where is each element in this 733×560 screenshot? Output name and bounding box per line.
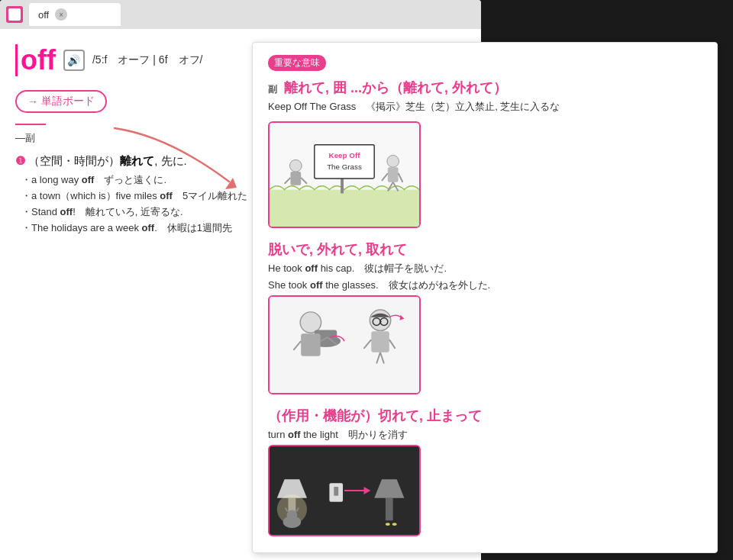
tab-close-button[interactable]: × [55,8,67,21]
grass-svg: Keep Off The Grass [270,121,419,228]
section-1-desc: Keep Off The Grass 《掲示》芝生（芝）立入禁止, 芝生に入るな [268,100,702,114]
sense-number: ❶ [15,154,25,167]
illustration-2 [268,295,421,394]
svg-line-8 [285,178,291,184]
svg-line-9 [301,178,307,184]
important-badge-container: 重要な意味 [268,55,702,79]
svg-point-17 [300,312,321,333]
svg-rect-29 [371,331,389,352]
browser-titlebar: off × [0,0,481,29]
section-1: 副 離れて, 囲 ...から（離れて, 外れて） Keep Off The Gr… [268,79,702,228]
pos-small-1: 副 [268,84,277,95]
section-3: （作用・機能が）切れて, 止まって turn off the light 明かり… [268,407,702,536]
svg-point-10 [387,156,399,168]
glasses-svg [270,295,419,394]
vocab-board-button[interactable]: 単語ボード [15,90,107,113]
svg-rect-1 [270,190,419,227]
example-3-1: turn off the light 明かりを消す [268,428,702,442]
divider [15,124,46,125]
svg-text:Keep Off: Keep Off [329,151,361,159]
svg-rect-20 [301,333,320,356]
sense-text: （空間・時間が）離れて, 先に. [28,154,187,167]
svg-rect-7 [290,172,301,185]
svg-point-39 [287,510,298,520]
example-2-2: She took off the glasses. 彼女はめがねを外した. [268,278,702,292]
light-svg [270,445,419,536]
svg-rect-3 [315,145,374,179]
svg-rect-43 [386,498,393,520]
svg-point-46 [392,523,397,526]
section-3-title-text: （作用・機能が）切れて, 止まって [268,408,482,423]
section-1-title-text: 離れて, 囲 ...から（離れて, 外れて） [284,80,507,95]
close-icon: × [59,11,63,19]
example-2-1: He took off his cap. 彼は帽子を脱いだ. [268,262,702,275]
pronunciation: /5:f オーフ | 6f オフ/ [92,53,202,67]
logo-inner [8,8,21,21]
section-1-title: 副 離れて, 囲 ...から（離れて, 外れて） [268,79,702,97]
illustration-3 [268,445,421,536]
speaker-icon: 🔊 [67,54,80,66]
vocab-board-label: 単語ボード [41,95,95,108]
svg-rect-16 [270,296,419,393]
section-2: 脱いで, 外れて, 取れて He took off his cap. 彼は帽子を… [268,240,702,394]
svg-point-45 [386,523,390,526]
section-2-title: 脱いで, 外れて, 取れて [268,240,702,259]
svg-line-13 [399,173,403,182]
svg-line-12 [382,173,388,181]
entry-word: off [21,44,56,76]
section-3-title: （作用・機能が）切れて, 止まって [268,407,702,425]
dictionary-panel: 重要な意味 副 離れて, 囲 ...から（離れて, 外れて） Keep Off … [252,42,718,553]
svg-rect-41 [334,487,338,496]
svg-point-6 [289,159,302,172]
illustration-1: Keep Off The Grass [268,121,421,228]
browser-tab[interactable]: off × [29,3,121,26]
important-badge: 重要な意味 [268,55,326,71]
section-2-title-text: 脱いで, 外れて, 取れて [268,242,407,257]
svg-rect-11 [388,167,399,182]
app-logo [6,6,23,23]
sound-button[interactable]: 🔊 [63,50,85,71]
tab-title: off [38,9,49,21]
svg-text:The Grass: The Grass [327,163,362,171]
